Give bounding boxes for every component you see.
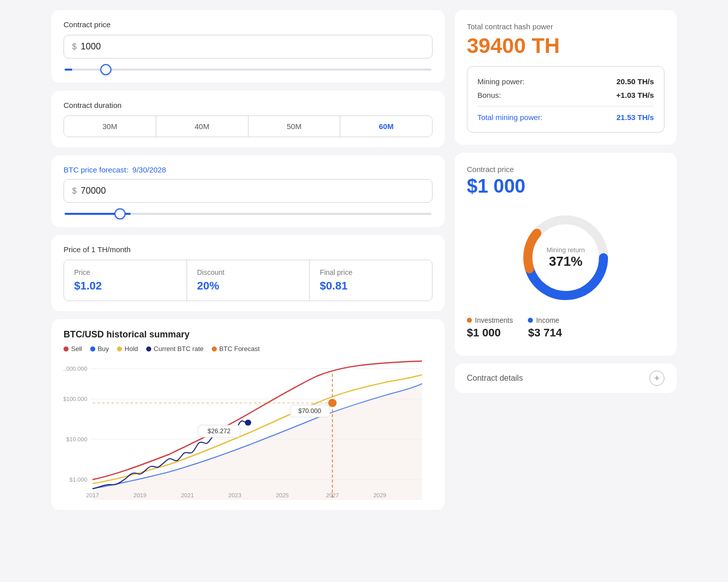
btc-price-slider[interactable] (65, 213, 432, 215)
income-label: Income (536, 316, 559, 324)
price-cell-discount: Discount 20% (187, 260, 310, 301)
donut-center-text: Mining return 371% (547, 246, 585, 269)
bonus-label: Bonus: (477, 91, 501, 99)
discount-col-value: 20% (197, 279, 299, 293)
svg-text:$10.000: $10.000 (66, 436, 87, 442)
legend-current-btc: Current BTC rate (146, 345, 204, 353)
hash-power-value: 39400 TH (467, 34, 664, 58)
btc-forecast-label: BTC price forecast: 9/30/2028 (64, 165, 433, 174)
hash-power-card: Total contract hash power 39400 TH Minin… (455, 10, 677, 145)
svg-text:2029: 2029 (374, 492, 387, 498)
contract-price-right-card: Contract price $1 000 Mining return (455, 153, 677, 356)
investments-value: $1 000 (467, 326, 513, 339)
price-col-label: Price (74, 268, 176, 276)
price-cell-price: Price $1.02 (64, 260, 187, 301)
legend-btc-forecast-label: BTC Forecast (219, 345, 260, 353)
contract-details-expand-button[interactable]: + (649, 371, 664, 386)
investment-legend: Investments $1 000 Income $3 714 (467, 316, 664, 339)
total-mining-row: Total mining power: 21.53 TH/s (477, 110, 654, 124)
mining-details-box: Mining power: 20.50 TH/s Bonus: +1.03 TH… (467, 66, 664, 133)
btc-price-display: 70000 (81, 186, 106, 196)
investments-item: Investments $1 000 (467, 316, 513, 339)
final-price-col-value: $0.81 (320, 279, 422, 293)
th-price-section: Price of 1 TH/month Price $1.02 Discount… (51, 235, 445, 311)
svg-text:$1.000: $1.000 (70, 477, 87, 483)
bonus-row: Bonus: +1.03 TH/s (477, 88, 654, 102)
svg-text:$26.272: $26.272 (208, 428, 230, 435)
chart-area: $1.000.000 $100.000 $10.000 $1.000 (64, 359, 433, 500)
legend-hold-label: Hold (125, 345, 138, 353)
contract-price-section: Contract price $ 1000 (51, 10, 445, 83)
btc-price-input-box: $ 70000 (64, 179, 433, 203)
btc-forecast-date: 9/30/2028 (133, 165, 166, 174)
chart-legend: Sell Buy Hold Current BTC rate BTC Forec… (64, 345, 433, 353)
final-price-col-label: Final price (320, 268, 422, 276)
chart-svg: $1.000.000 $100.000 $10.000 $1.000 (64, 359, 433, 500)
total-mining-label: Total mining power: (477, 113, 542, 122)
btc-forecast-section: BTC price forecast: 9/30/2028 $ 70000 (51, 155, 445, 227)
tab-50m[interactable]: 50M (249, 116, 341, 137)
mining-power-label: Mining power: (477, 77, 524, 86)
price-table: Price $1.02 Discount 20% Final price $0.… (64, 260, 433, 301)
legend-sell-label: Sell (71, 345, 82, 353)
hash-power-label: Total contract hash power (467, 22, 664, 31)
legend-buy-label: Buy (98, 345, 109, 353)
bonus-value: +1.03 TH/s (616, 91, 654, 99)
contract-details-label: Contract details (467, 374, 523, 383)
svg-text:2021: 2021 (181, 492, 194, 498)
legend-current-btc-label: Current BTC rate (154, 345, 204, 353)
discount-col-label: Discount (197, 268, 299, 276)
legend-sell: Sell (64, 345, 82, 353)
sell-dot (64, 346, 69, 352)
svg-text:2019: 2019 (134, 492, 147, 498)
total-mining-value: 21.53 TH/s (617, 113, 654, 122)
currency-symbol: $ (72, 42, 77, 51)
donut-wrapper: Mining return 371% (515, 207, 616, 308)
donut-center-label: Mining return (547, 246, 585, 254)
contract-price-label: Contract price (64, 20, 433, 29)
svg-text:$70.000: $70.000 (298, 408, 321, 415)
hold-dot (117, 346, 122, 352)
contract-price-right-label: Contract price (467, 165, 664, 173)
income-value: $3 714 (528, 326, 562, 339)
investments-dot (467, 318, 472, 323)
chart-section: BTC/USD historical summary Sell Buy Hold… (51, 319, 445, 510)
contract-price-slider[interactable] (65, 69, 432, 71)
btc-forecast-dot (212, 346, 217, 352)
contract-duration-section: Contract duration 30M 40M 50M 60M (51, 91, 445, 147)
donut-center-value: 371% (549, 254, 583, 269)
legend-btc-forecast: BTC Forecast (212, 345, 260, 353)
contract-price-right-value: $1 000 (467, 176, 664, 197)
buy-dot (90, 346, 95, 352)
chart-title: BTC/USD historical summary (64, 329, 433, 340)
price-cell-final: Final price $0.81 (310, 260, 432, 301)
current-btc-dot (146, 346, 151, 352)
svg-text:$1.000.000: $1.000.000 (64, 366, 87, 372)
investments-label: Investments (475, 316, 513, 324)
mining-divider (477, 106, 654, 106)
contract-price-slider-container[interactable] (64, 64, 433, 73)
svg-text:2025: 2025 (276, 492, 289, 498)
tab-60m[interactable]: 60M (340, 116, 432, 137)
contract-details-row: Contract details + (455, 364, 677, 393)
svg-point-9 (245, 420, 252, 426)
contract-price-display: 1000 (81, 41, 101, 52)
contract-price-input-box: $ 1000 (64, 35, 433, 59)
svg-point-12 (328, 399, 337, 407)
btc-currency-symbol: $ (72, 187, 77, 196)
btc-price-slider-container[interactable] (64, 208, 433, 217)
mining-power-value: 20.50 TH/s (617, 77, 654, 86)
svg-text:$100.000: $100.000 (64, 396, 87, 402)
legend-hold: Hold (117, 345, 138, 353)
svg-text:2027: 2027 (326, 492, 339, 498)
legend-buy: Buy (90, 345, 109, 353)
th-price-label: Price of 1 TH/month (64, 245, 433, 254)
svg-text:2017: 2017 (86, 492, 99, 498)
duration-tabs-container: 30M 40M 50M 60M (64, 115, 433, 137)
tab-30m[interactable]: 30M (64, 116, 156, 137)
income-dot (528, 318, 533, 323)
income-item: Income $3 714 (528, 316, 562, 339)
contract-duration-label: Contract duration (64, 101, 433, 109)
tab-40m[interactable]: 40M (156, 116, 249, 137)
mining-power-row: Mining power: 20.50 TH/s (477, 75, 654, 88)
